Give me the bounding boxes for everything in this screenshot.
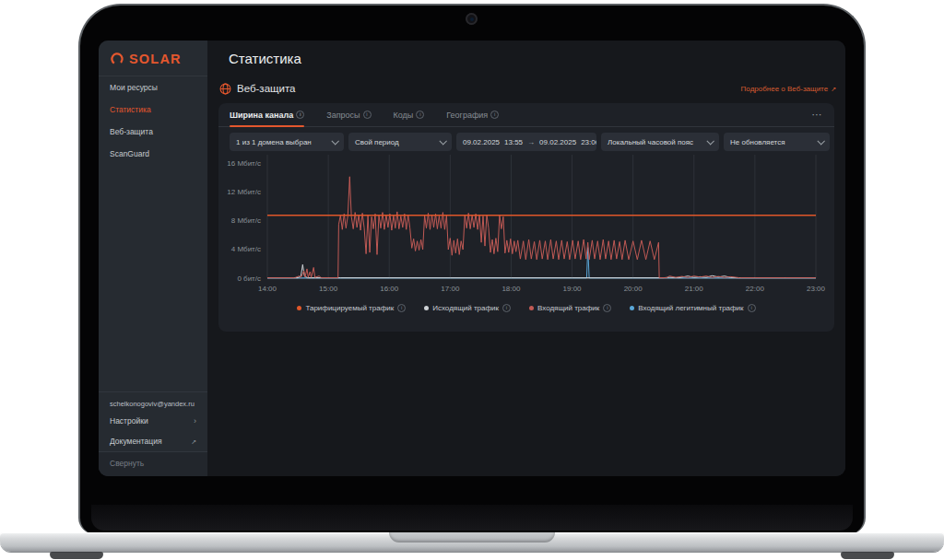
main-content: Статистика Веб-защита Подробнее о Веб-за… [207,41,845,476]
app-window: SOLAR Мои ресурсыСтатистикаВеб-защитаSca… [99,41,845,476]
tab-label: Ширина канала [230,111,293,120]
more-options-button[interactable]: ⋯ [812,110,824,120]
legend-dot [529,306,534,310]
external-link-icon: ↗ [831,86,836,92]
sidebar-footer: schelkonogoviv@yandex.ru Настройки › Док… [99,391,207,476]
laptop-base-notch [389,532,555,542]
x-tick-label: 14:00 [258,285,277,293]
lid-bottom-sheen [91,505,853,531]
statistics-card: Ширина каналаiЗапросыiКодыiГеографияi ⋯ … [218,103,834,332]
legend-dot [630,306,634,310]
refresh-filter[interactable]: Не обновляется [724,133,830,151]
info-icon[interactable]: i [603,304,611,312]
y-tick-label: 4 Мбит/с [231,245,261,253]
chevron-down-icon [817,137,824,145]
laptop-base [0,532,944,552]
x-tick-label: 16:00 [380,285,399,293]
legend-item[interactable]: Входящий трафикi [529,304,611,312]
sidebar-item-my-resources[interactable]: Мои ресурсы [99,76,207,99]
legend-dot [424,306,429,310]
date-range-filter[interactable]: 09.02.202513:55→09.02.202523:06 [456,133,596,151]
filter-value: Не обновляется [730,138,785,146]
chart-canvas: 14:0015:0016:0017:0018:0019:0020:0021:00… [218,153,834,297]
chevron-down-icon [331,137,338,145]
x-tick-label: 17:00 [441,285,460,293]
sidebar: SOLAR Мои ресурсыСтатистикаВеб-защитаSca… [99,41,207,476]
tab-requests[interactable]: Запросыi [326,103,371,126]
chart-legend: Тарифицируемый трафикiИсходящий трафикiВ… [218,304,834,312]
legend-label: Входящий легитимный трафик [638,304,743,312]
legend-item[interactable]: Тарифицируемый трафикi [297,304,406,312]
documentation-label: Документация [110,437,162,446]
info-icon[interactable]: i [397,304,406,312]
info-icon[interactable]: i [748,304,756,312]
laptop-camera [466,13,478,25]
x-tick-label: 18:00 [502,285,521,293]
legend-label: Исходящий трафик [432,304,499,312]
web-protection-icon [219,83,231,95]
sidebar-item-settings[interactable]: Настройки › [99,411,207,431]
x-tick-label: 23:00 [807,285,826,293]
y-tick-label: 0 бит/с [237,274,261,283]
tab-label: Запросы [326,111,360,120]
info-icon[interactable]: i [363,111,372,119]
arrow-right-icon: → [527,138,535,146]
x-tick-label: 21:00 [685,285,704,293]
domain-filter[interactable]: 1 из 1 домена выбран [230,133,344,151]
external-link-icon: ↗ [191,438,196,445]
tabs-row: Ширина каналаiЗапросыiКодыiГеографияi ⋯ [218,103,834,127]
collapse-label: Свернуть [110,459,144,468]
chevron-right-icon: › [194,417,196,426]
y-tick-label: 16 Мбит/с [227,159,261,168]
x-tick-label: 20:00 [624,285,643,293]
y-tick-label: 8 Мбит/с [231,216,261,225]
sidebar-item-web-protection[interactable]: Веб-защита [99,121,207,143]
chevron-down-icon [706,137,714,145]
camera-dot-icon [470,18,474,21]
x-tick-label: 22:00 [746,285,765,293]
sidebar-menu: Мои ресурсыСтатистикаВеб-защитаScanGuard [99,76,207,165]
y-tick-label: 12 Мбит/с [227,188,261,196]
legend-item[interactable]: Входящий легитимный трафикi [630,304,755,312]
sidebar-item-scanguard[interactable]: ScanGuard [99,143,207,165]
info-icon[interactable]: i [490,111,499,119]
filter-value: Свой период [355,138,399,146]
solar-logo[interactable]: SOLAR [99,41,207,76]
date-from: 09.02.2025 [463,138,500,146]
series-outgoing [267,264,816,277]
filter-value: Локальный часовой пояс [608,138,693,146]
x-tick-label: 15:00 [319,285,338,293]
x-tick-label: 19:00 [563,285,583,293]
sidebar-collapse-button[interactable]: Свернуть [99,452,207,476]
tab-geography[interactable]: Географияi [446,103,499,126]
legend-dot [297,306,301,310]
solar-logo-icon [110,52,124,66]
laptop-foot-right [841,552,894,559]
tab-bandwidth[interactable]: Ширина каналаi [230,103,304,126]
timezone-filter[interactable]: Локальный часовой пояс [601,133,719,151]
filter-value: 1 из 1 домена выбран [236,138,312,146]
info-icon[interactable]: i [502,304,511,312]
laptop-foot-left [50,552,103,559]
series-incoming [267,177,816,278]
info-icon[interactable]: i [296,111,304,119]
tab-codes[interactable]: Кодыi [394,103,425,126]
date-to: 09.02.2025 [539,138,576,146]
time-from: 13:55 [504,138,523,146]
page-title: Статистика [229,51,301,66]
time-to: 23:06 [581,138,596,146]
chevron-down-icon [439,137,446,145]
legend-item[interactable]: Исходящий трафикi [424,304,511,312]
sidebar-item-documentation[interactable]: Документация ↗ [99,431,207,451]
info-icon[interactable]: i [416,111,424,119]
section-title: Веб-защита [237,83,295,94]
section-header: Веб-защита Подробнее о Веб-защите ↗ [219,81,836,96]
page-background: SOLAR Мои ресурсыСтатистикаВеб-защитаSca… [0,0,944,560]
user-email: schelkonogoviv@yandex.ru [99,392,207,411]
filter-bar: 1 из 1 домена выбранСвой период09.02.202… [230,133,830,151]
web-protection-details-link[interactable]: Подробнее о Веб-защите ↗ [741,85,836,93]
logo-text: SOLAR [129,52,182,66]
sidebar-item-statistics[interactable]: Статистика [99,99,207,121]
details-link-label: Подробнее о Веб-защите [741,85,829,93]
period-filter[interactable]: Свой период [348,133,452,151]
